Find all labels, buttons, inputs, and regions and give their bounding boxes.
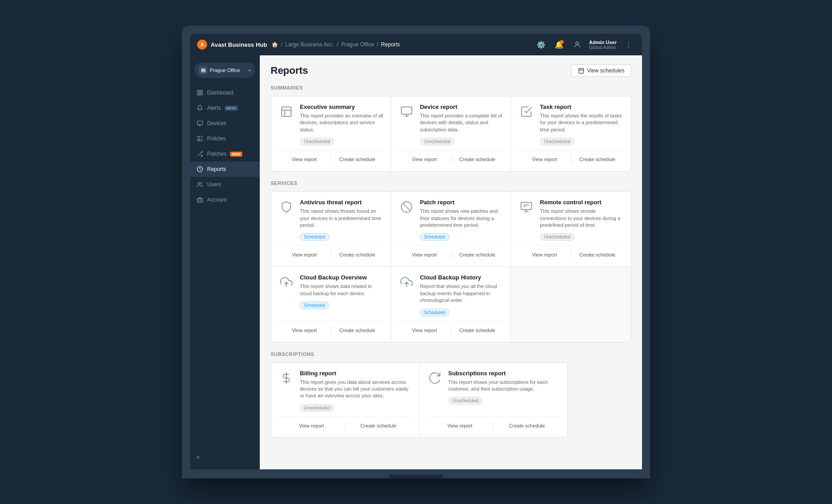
sidebar-item-reports[interactable]: Reports	[190, 162, 260, 177]
antivirus-icon	[278, 199, 294, 215]
sidebar-item-policies[interactable]: Policies	[190, 131, 260, 146]
report-card-footer: View report Create schedule	[398, 321, 504, 335]
breadcrumb: 🏠 / Large Business Acc. / Prague Office …	[271, 41, 400, 48]
billing-icon	[278, 370, 294, 386]
notifications-icon[interactable]: 🔔	[553, 38, 565, 51]
sidebar-collapse-button[interactable]: «	[190, 448, 260, 466]
view-report-button[interactable]: View report	[398, 155, 451, 164]
report-info: Billing report This report gives you dat…	[300, 370, 412, 412]
status-badge: Unscheduled	[540, 233, 574, 241]
report-info: Task report This report shows the result…	[540, 104, 624, 145]
report-card-footer: View report Create schedule	[278, 321, 384, 335]
main-layout: 🏢 Prague Office ▾ Dashboard	[190, 55, 642, 469]
create-schedule-button[interactable]: Create schedule	[451, 155, 503, 164]
patches-icon	[196, 150, 203, 158]
report-title: Subscriptions report	[448, 370, 561, 377]
report-card-footer: View report Create schedule	[398, 150, 504, 164]
create-schedule-button[interactable]: Create schedule	[331, 326, 383, 335]
view-report-button[interactable]: View report	[278, 155, 330, 164]
svg-rect-5	[197, 121, 203, 125]
breadcrumb-sep-3: /	[377, 41, 378, 48]
report-desc: This report shows remote connections to …	[540, 208, 624, 229]
breadcrumb-office[interactable]: Prague Office	[341, 41, 374, 48]
view-report-button[interactable]: View report	[427, 421, 493, 430]
report-card-cloud-backup-history: Cloud Backup History Report that shows y…	[391, 267, 511, 342]
view-report-button[interactable]: View report	[518, 250, 570, 259]
topbar: A Avast Business Hub 🏠 / Large Business …	[190, 34, 642, 55]
view-report-button[interactable]: View report	[278, 421, 345, 430]
sidebar-item-patches[interactable]: Patches NEW	[190, 146, 260, 162]
report-card-footer: View report Create schedule	[278, 416, 412, 430]
svg-point-0	[576, 42, 579, 45]
view-schedules-button[interactable]: View schedules	[571, 64, 631, 77]
report-info: Cloud Backup History Report that shows y…	[420, 274, 504, 316]
services-section-label: SERVICES	[271, 180, 631, 186]
logo-area: A Avast Business Hub	[197, 40, 267, 50]
dashboard-label: Dashboard	[207, 90, 234, 96]
app-name: Avast Business Hub	[211, 41, 267, 48]
summaries-grid: Executive summary This report provides a…	[271, 96, 631, 171]
user-icon	[571, 38, 583, 51]
report-card-footer: View report Create schedule	[518, 150, 624, 164]
laptop-frame: A Avast Business Hub 🏠 / Large Business …	[182, 26, 650, 478]
topbar-left: A Avast Business Hub 🏠 / Large Business …	[197, 40, 400, 50]
report-title: Device report	[420, 104, 504, 110]
report-desc: Report that shows you all the cloud back…	[420, 283, 504, 304]
create-schedule-button[interactable]: Create schedule	[331, 250, 383, 259]
view-report-button[interactable]: View report	[278, 250, 330, 259]
view-report-button[interactable]: View report	[278, 326, 330, 335]
report-desc: This report shows the results of tasks f…	[540, 112, 624, 133]
report-card-task-report: Task report This report shows the result…	[511, 96, 631, 171]
svg-rect-17	[282, 107, 291, 117]
org-switcher[interactable]: 🏢 Prague Office ▾	[194, 63, 255, 78]
alerts-icon	[196, 104, 203, 112]
sidebar-item-users[interactable]: Users	[190, 177, 260, 192]
account-label: Account	[207, 197, 226, 203]
breadcrumb-account[interactable]: Large Business Acc.	[285, 41, 335, 48]
cloud-backup-overview-icon	[278, 274, 294, 290]
patches-label: Patches	[207, 151, 226, 157]
svg-rect-4	[200, 93, 202, 95]
alerts-badge: BETA	[225, 106, 238, 111]
sidebar-item-dashboard[interactable]: Dashboard	[190, 85, 260, 100]
menu-icon[interactable]: ⋮	[622, 38, 635, 51]
sidebar-item-account[interactable]: Account	[190, 192, 260, 207]
home-icon[interactable]: 🏠	[271, 41, 278, 48]
status-badge: Scheduled	[420, 309, 449, 316]
create-schedule-button[interactable]: Create schedule	[571, 250, 624, 259]
view-report-button[interactable]: View report	[518, 155, 570, 164]
report-card-device-report: Device report This report provides a com…	[391, 96, 511, 171]
view-report-button[interactable]: View report	[398, 326, 451, 335]
report-card-footer: View report Create schedule	[398, 245, 504, 259]
report-desc: This report shows threats found on your …	[300, 208, 384, 229]
topbar-right: ⚙️ 🔔 Admin User Global Admin	[535, 38, 635, 51]
patch-icon	[398, 199, 415, 215]
page-title: Reports	[271, 65, 308, 76]
create-schedule-button[interactable]: Create schedule	[451, 250, 503, 259]
calendar-icon	[578, 68, 584, 74]
report-title: Task report	[540, 104, 624, 110]
settings-icon[interactable]: ⚙️	[535, 38, 547, 51]
report-title: Billing report	[300, 370, 412, 377]
remote-control-icon	[518, 199, 534, 215]
create-schedule-button[interactable]: Create schedule	[331, 155, 383, 164]
user-name: Admin User	[589, 40, 617, 45]
sidebar-item-devices[interactable]: Devices	[190, 116, 260, 131]
org-name: Prague Office	[210, 68, 249, 73]
view-report-button[interactable]: View report	[398, 250, 451, 259]
summaries-section-label: SUMMARIES	[271, 85, 631, 90]
account-icon	[196, 196, 203, 203]
policies-icon	[196, 135, 203, 142]
svg-rect-25	[521, 202, 532, 210]
org-chevron-icon: ▾	[249, 68, 251, 73]
laptop-bottom	[190, 469, 642, 478]
sidebar-item-alerts[interactable]: Alerts BETA	[190, 100, 260, 116]
executive-summary-icon	[278, 104, 294, 120]
create-schedule-button[interactable]: Create schedule	[493, 421, 560, 430]
svg-rect-2	[200, 90, 202, 92]
create-schedule-button[interactable]: Create schedule	[571, 155, 624, 164]
create-schedule-button[interactable]: Create schedule	[451, 326, 503, 335]
create-schedule-button[interactable]: Create schedule	[345, 421, 412, 430]
svg-rect-1	[198, 90, 199, 92]
report-card-top: Subscriptions report This report shows y…	[427, 370, 561, 405]
